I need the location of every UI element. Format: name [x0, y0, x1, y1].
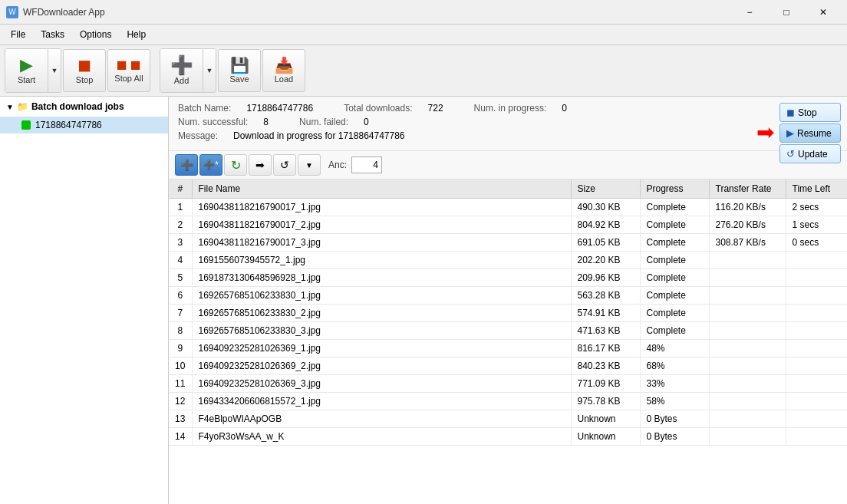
sidebar: ▼ 📁 Batch download jobs 1718864747786	[0, 97, 169, 504]
menu-file[interactable]: File	[3, 26, 33, 43]
cell-num: 2	[169, 216, 192, 234]
cell-size: 574.91 KB	[571, 305, 640, 322]
batch-name-value: 1718864747786	[246, 103, 313, 114]
sidebar-header-label: Batch download jobs	[31, 101, 124, 112]
table-row: 2 1690438118216790017_2.jpg 804.92 KB Co…	[169, 216, 847, 234]
update-label: Update	[798, 149, 828, 160]
add-batch-button[interactable]: ➕*	[199, 154, 222, 176]
cell-size: 563.28 KB	[571, 287, 640, 305]
maximize-button[interactable]: □	[769, 0, 804, 25]
start-label: Start	[18, 75, 35, 84]
num-successful-value: 8	[263, 117, 269, 127]
add-dropdown[interactable]: ▼	[203, 49, 216, 92]
cell-num: 5	[169, 269, 192, 287]
update-button[interactable]: ↺ Update	[779, 144, 841, 163]
cell-progress: Complete	[640, 305, 709, 322]
update-icon: ↺	[786, 148, 795, 160]
load-icon: 📥	[275, 58, 294, 73]
col-header-filename: File Name	[192, 180, 571, 199]
sidebar-item-0[interactable]: 1718864747786	[0, 117, 168, 133]
table-row: 3 1690438118216790017_3.jpg 691.05 KB Co…	[169, 234, 847, 252]
main-content: ▼ 📁 Batch download jobs 1718864747786 ◼ …	[0, 97, 847, 504]
minimize-button[interactable]: −	[732, 0, 767, 25]
cell-filename: 1690438118216790017_2.jpg	[192, 216, 571, 234]
undo-button[interactable]: ↺	[273, 154, 296, 176]
cell-time	[786, 252, 847, 269]
cell-num: 13	[169, 410, 192, 428]
table-row: 11 1694092325281026369_3.jpg 771.09 KB 3…	[169, 375, 847, 393]
anc-input[interactable]	[351, 156, 382, 173]
folder-icon: 📁	[17, 101, 28, 112]
side-buttons: ◼ Stop ▶ Resume ↺ Update	[773, 97, 847, 170]
cell-rate	[709, 375, 786, 393]
cell-num: 9	[169, 340, 192, 357]
table-row: 14 F4yoR3oWsAA_w_K Unknown 0 Bytes	[169, 428, 847, 446]
save-label: Save	[229, 74, 249, 84]
toolbar: ▶ Start ▼ ◼ Stop ⏹⏹ Stop All ➕ Add ▼ 💾 S…	[0, 45, 847, 97]
cell-rate: 308.87 KB/s	[709, 234, 786, 252]
table-header-row: # File Name Size Progress Transfer Rate …	[169, 180, 847, 199]
cell-filename: 1691873130648596928_1.jpg	[192, 269, 571, 287]
cell-rate	[709, 322, 786, 340]
cell-time	[786, 269, 847, 287]
file-table: # File Name Size Progress Transfer Rate …	[169, 180, 847, 446]
sidebar-header[interactable]: ▼ 📁 Batch download jobs	[0, 97, 168, 117]
app-icon: W	[6, 6, 18, 18]
stop-all-button[interactable]: ⏹⏹ Stop All	[107, 49, 150, 92]
cell-time	[786, 428, 847, 446]
resume-button[interactable]: ▶ Resume	[779, 124, 841, 143]
cell-size: Unknown	[571, 428, 640, 446]
cell-progress: Complete	[640, 322, 709, 340]
cell-rate	[709, 287, 786, 305]
add-url-button[interactable]: ➕	[175, 154, 198, 176]
table-row: 10 1694092325281026369_2.jpg 840.23 KB 6…	[169, 357, 847, 375]
cell-progress: 48%	[640, 340, 709, 357]
cell-progress: Complete	[640, 269, 709, 287]
start-icon: ▶	[20, 57, 33, 74]
cell-filename: 1694092325281026369_3.jpg	[192, 375, 571, 393]
col-header-progress: Progress	[640, 180, 709, 199]
menu-tasks[interactable]: Tasks	[33, 26, 72, 43]
close-button[interactable]: ✕	[806, 0, 841, 25]
cell-filename: 1692657685106233830_1.jpg	[192, 287, 571, 305]
num-failed-label: Num. failed:	[299, 117, 348, 127]
resume-label: Resume	[797, 128, 832, 139]
cell-size: 975.78 KB	[571, 393, 640, 410]
file-table-container[interactable]: # File Name Size Progress Transfer Rate …	[169, 180, 847, 504]
cell-rate	[709, 410, 786, 428]
detail-toolbar: ➕ ➕* ↻ ➡ ↺ ▼ Anc:	[169, 151, 847, 180]
stop-action-button[interactable]: ◼ Stop	[779, 103, 841, 122]
cell-rate	[709, 305, 786, 322]
stop-button[interactable]: ◼ Stop	[63, 49, 106, 92]
cell-progress: 58%	[640, 393, 709, 410]
cell-filename: 1690438118216790017_1.jpg	[192, 199, 571, 216]
cell-rate: 116.20 KB/s	[709, 199, 786, 216]
stop-action-label: Stop	[798, 107, 817, 118]
export-button[interactable]: ➡	[249, 154, 272, 176]
cell-time	[786, 357, 847, 375]
menu-help[interactable]: Help	[119, 26, 153, 43]
stop-all-label: Stop All	[114, 74, 143, 83]
cell-size: 202.20 KB	[571, 252, 640, 269]
cell-progress: Complete	[640, 199, 709, 216]
cell-time	[786, 287, 847, 305]
menu-options[interactable]: Options	[72, 26, 119, 43]
save-button[interactable]: 💾 Save	[218, 49, 261, 92]
add-button[interactable]: ➕ Add	[160, 49, 203, 92]
more-button[interactable]: ▼	[298, 154, 321, 176]
cell-progress: Complete	[640, 216, 709, 234]
cell-time	[786, 393, 847, 410]
start-button[interactable]: ▶ Start	[5, 49, 48, 92]
cell-num: 14	[169, 428, 192, 446]
cell-size: Unknown	[571, 410, 640, 428]
add-label: Add	[174, 76, 190, 85]
cell-num: 8	[169, 322, 192, 340]
cell-size: 691.05 KB	[571, 234, 640, 252]
col-header-size: Size	[571, 180, 640, 199]
refresh-button[interactable]: ↻	[224, 154, 247, 176]
cell-time	[786, 375, 847, 393]
load-button[interactable]: 📥 Load	[262, 49, 305, 92]
table-row: 12 1694334206606815572_1.jpg 975.78 KB 5…	[169, 393, 847, 410]
cell-rate	[709, 340, 786, 357]
start-dropdown[interactable]: ▼	[48, 49, 61, 92]
